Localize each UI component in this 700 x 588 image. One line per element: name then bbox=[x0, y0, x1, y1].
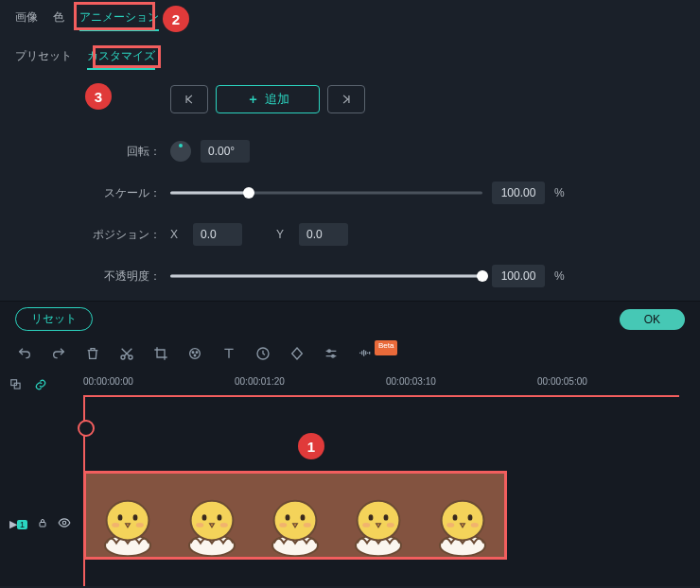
svg-point-23 bbox=[217, 514, 221, 520]
clip-thumb bbox=[421, 474, 504, 557]
timeline-clip[interactable]: hiyotama bbox=[83, 471, 507, 560]
beta-badge: Beta bbox=[375, 340, 397, 355]
keyframe-add-button[interactable]: ＋ 追加 bbox=[216, 85, 320, 113]
speed-icon[interactable] bbox=[255, 346, 271, 361]
delete-icon[interactable] bbox=[85, 346, 100, 361]
svg-point-22 bbox=[201, 514, 206, 520]
keyframe-next-button[interactable] bbox=[327, 85, 365, 113]
rotation-knob[interactable] bbox=[170, 141, 191, 162]
svg-point-34 bbox=[369, 514, 374, 520]
svg-point-35 bbox=[384, 514, 389, 520]
text-icon[interactable] bbox=[221, 346, 236, 361]
redo-icon[interactable] bbox=[51, 346, 66, 361]
opacity-unit: % bbox=[554, 269, 565, 283]
audio-icon[interactable]: Beta bbox=[358, 346, 397, 361]
track-lock-icon[interactable] bbox=[37, 517, 48, 530]
callout-3: 3 bbox=[85, 83, 112, 110]
svg-point-15 bbox=[107, 501, 149, 541]
svg-point-36 bbox=[363, 523, 371, 527]
keyframe-prev-button[interactable] bbox=[170, 85, 208, 113]
svg-point-21 bbox=[190, 501, 233, 541]
crop-icon[interactable] bbox=[153, 346, 168, 361]
svg-point-25 bbox=[219, 523, 227, 527]
position-y-value[interactable]: 0.0 bbox=[299, 223, 348, 246]
plus-icon: ＋ bbox=[247, 91, 259, 108]
clip-thumb bbox=[86, 474, 169, 557]
position-x-value[interactable]: 0.0 bbox=[193, 223, 242, 246]
svg-point-12 bbox=[62, 521, 66, 525]
clip-thumb bbox=[337, 474, 420, 557]
svg-point-27 bbox=[274, 501, 317, 541]
svg-point-40 bbox=[452, 514, 457, 520]
svg-point-16 bbox=[118, 514, 123, 520]
scale-slider[interactable] bbox=[170, 186, 482, 199]
clip-thumb bbox=[169, 474, 253, 557]
ok-button[interactable]: OK bbox=[620, 309, 685, 330]
position-y-label: Y bbox=[276, 228, 289, 241]
tab-image[interactable]: 画像 bbox=[15, 9, 38, 29]
svg-point-31 bbox=[304, 523, 311, 527]
opacity-slider[interactable] bbox=[170, 269, 482, 283]
ruler-tick: 00:00:00:00 bbox=[83, 376, 133, 387]
scale-value[interactable]: 100.00 bbox=[492, 182, 545, 204]
ruler-tick: 00:00:05:00 bbox=[537, 376, 587, 387]
clip-thumb bbox=[254, 474, 337, 557]
link-icon[interactable] bbox=[34, 378, 47, 394]
group-icon[interactable] bbox=[9, 378, 23, 394]
color-icon[interactable] bbox=[187, 346, 202, 361]
opacity-label: 不透明度： bbox=[38, 268, 161, 285]
callout-1: 1 bbox=[298, 433, 324, 459]
subtab-customize[interactable]: カスタマイズ bbox=[87, 48, 155, 68]
track-eye-icon[interactable] bbox=[58, 516, 71, 531]
subtab-preset[interactable]: プリセット bbox=[15, 48, 72, 68]
svg-rect-11 bbox=[40, 523, 45, 527]
ruler-tick: 00:00:01:20 bbox=[235, 376, 285, 387]
svg-point-39 bbox=[441, 501, 483, 541]
svg-point-2 bbox=[190, 349, 201, 359]
tab-animation[interactable]: アニメーション bbox=[79, 9, 159, 29]
rotation-label: 回転： bbox=[38, 144, 161, 160]
svg-point-19 bbox=[136, 523, 144, 527]
adjust-icon[interactable] bbox=[324, 346, 339, 361]
position-label: ポジション： bbox=[38, 227, 161, 243]
svg-point-33 bbox=[358, 501, 400, 541]
svg-point-29 bbox=[301, 514, 306, 520]
callout-2: 2 bbox=[163, 6, 189, 32]
scale-label: スケール： bbox=[38, 185, 161, 201]
position-x-label: X bbox=[170, 228, 184, 241]
track-index: 1 bbox=[17, 520, 27, 529]
svg-point-18 bbox=[112, 523, 119, 527]
svg-point-4 bbox=[196, 352, 198, 354]
svg-point-1 bbox=[129, 355, 132, 359]
svg-point-41 bbox=[467, 514, 472, 520]
svg-point-24 bbox=[196, 523, 203, 527]
keyframe-add-label: 追加 bbox=[265, 91, 289, 108]
svg-point-3 bbox=[192, 352, 194, 354]
svg-point-43 bbox=[471, 523, 479, 527]
undo-icon[interactable] bbox=[17, 346, 32, 361]
reset-button[interactable]: リセット bbox=[15, 307, 93, 331]
opacity-value[interactable]: 100.00 bbox=[492, 265, 545, 287]
svg-point-17 bbox=[133, 514, 138, 520]
track-video-icon: ▶1 bbox=[9, 518, 27, 530]
keyframe-icon[interactable] bbox=[289, 346, 305, 361]
scale-unit: % bbox=[554, 186, 565, 199]
svg-point-28 bbox=[286, 514, 290, 520]
svg-point-42 bbox=[446, 523, 454, 527]
ruler-tick: 00:00:03:10 bbox=[386, 376, 436, 387]
svg-point-0 bbox=[121, 355, 125, 359]
svg-point-5 bbox=[194, 355, 196, 356]
rotation-value[interactable]: 0.00° bbox=[201, 140, 250, 163]
svg-point-30 bbox=[279, 523, 287, 527]
cut-icon[interactable] bbox=[119, 346, 134, 361]
svg-point-37 bbox=[387, 523, 394, 527]
tab-color[interactable]: 色 bbox=[53, 9, 64, 29]
